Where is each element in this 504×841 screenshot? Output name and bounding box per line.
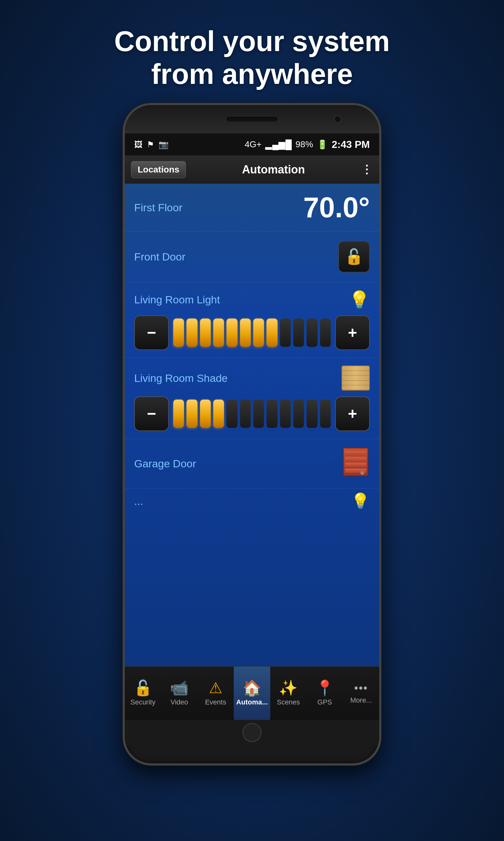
light-segment-7: [267, 319, 277, 347]
phone-bottom-bar: [125, 720, 379, 745]
light-segment-4: [227, 319, 237, 347]
locations-button[interactable]: Locations: [131, 161, 186, 178]
light-slider: − +: [134, 315, 370, 350]
first-floor-row: First Floor 70.0°: [125, 184, 379, 231]
network-type: 4G+: [245, 139, 262, 150]
shade-segment-11: [320, 399, 331, 428]
image-status-icon: 🖼: [134, 140, 142, 150]
security-label: Security: [130, 698, 155, 706]
shade-segment-0: [173, 399, 184, 428]
app-bar: Locations Automation ⋮: [125, 155, 379, 184]
menu-button[interactable]: ⋮: [361, 163, 373, 176]
status-icons-right: 4G+ ▂▄▆█ 98% 🔋 2:43 PM: [245, 139, 370, 150]
shade-segment-3: [213, 399, 224, 428]
temperature-value: 70.0°: [303, 193, 370, 222]
light-segment-0: [173, 319, 184, 347]
headline-line2: from anywhere: [151, 58, 353, 90]
shade-segment-4: [227, 399, 237, 428]
lock-icon: 🔓: [345, 248, 363, 265]
nav-item-security[interactable]: 🔓 Security: [125, 667, 161, 720]
light-decrease-button[interactable]: −: [134, 315, 169, 350]
camera-status-icon: 📷: [159, 140, 168, 150]
light-increase-button[interactable]: +: [335, 315, 370, 350]
video-icon: 📹: [170, 681, 189, 696]
gps-label: GPS: [318, 698, 332, 706]
more-label: More...: [350, 696, 372, 704]
shade-slider: − +: [134, 396, 370, 431]
nav-item-gps[interactable]: 📍 GPS: [306, 667, 343, 720]
home-button[interactable]: [242, 723, 262, 742]
shade-segment-10: [306, 399, 317, 428]
shade-increase-button[interactable]: +: [335, 396, 370, 431]
light-segment-10: [306, 319, 317, 347]
light-segment-6: [253, 319, 264, 347]
scenes-icon: ✨: [279, 681, 298, 696]
front-door-row: Front Door 🔓: [125, 231, 379, 282]
shade-segment-8: [280, 399, 291, 428]
automation-icon: 🏠: [242, 681, 262, 696]
living-room-light-header: Living Room Light 💡: [134, 290, 370, 310]
living-room-shade-label: Living Room Shade: [134, 372, 228, 384]
video-label: Video: [170, 698, 188, 706]
front-door-label: Front Door: [134, 251, 185, 263]
shade-segment-2: [200, 399, 211, 428]
status-bar: 🖼 ⚑ 📷 4G+ ▂▄▆█ 98% 🔋 2:43 PM: [125, 133, 379, 155]
light-segment-9: [293, 319, 304, 347]
status-time: 2:43 PM: [332, 139, 370, 150]
garage-door-body: [343, 448, 368, 476]
more-icon: •••: [354, 682, 368, 694]
plus-icon: +: [348, 325, 357, 341]
living-room-shade-row: Living Room Shade − +: [125, 358, 379, 439]
security-icon: 🔓: [133, 681, 152, 696]
minus-icon: −: [147, 325, 156, 341]
phone-frame: 🖼 ⚑ 📷 4G+ ▂▄▆█ 98% 🔋 2:43 PM Locations A…: [123, 103, 381, 765]
shade-segment-6: [253, 399, 264, 428]
flag-status-icon: ⚑: [147, 140, 154, 150]
bulb-icon: 💡: [349, 290, 370, 310]
nav-item-more[interactable]: ••• More...: [343, 667, 379, 720]
front-door-lock-button[interactable]: 🔓: [338, 241, 370, 272]
minus-icon-shade: −: [147, 406, 156, 422]
status-icons-left: 🖼 ⚑ 📷: [134, 140, 168, 150]
battery-pct: 98%: [295, 139, 313, 150]
light-segment-3: [213, 319, 224, 347]
light-segment-8: [280, 319, 291, 347]
bottom-nav: 🔓 Security 📹 Video ⚠ Events 🏠 Automa... …: [125, 666, 379, 720]
living-room-light-label: Living Room Light: [134, 294, 220, 306]
light-segment-2: [200, 319, 211, 347]
phone-speaker: [227, 117, 277, 121]
shade-segment-5: [240, 399, 251, 428]
automation-label: Automa...: [236, 698, 268, 706]
signal-bars-icon: ▂▄▆█: [265, 139, 292, 150]
shade-icon: [341, 365, 370, 391]
app-title: Automation: [186, 163, 361, 176]
events-icon: ⚠: [209, 681, 222, 696]
garage-door-knob: [360, 471, 364, 475]
light-segment-1: [186, 319, 197, 347]
gps-icon: 📍: [315, 681, 334, 696]
phone-camera: [334, 116, 341, 123]
light-level-track[interactable]: [173, 315, 331, 350]
garage-door-icon[interactable]: [341, 448, 370, 479]
headline-line1: Control your system: [114, 25, 390, 57]
shade-segment-9: [293, 399, 304, 428]
nav-item-automation[interactable]: 🏠 Automa...: [234, 667, 270, 720]
living-room-shade-header: Living Room Shade: [134, 365, 370, 391]
app-content: First Floor 70.0° Front Door 🔓 Living Ro…: [125, 184, 379, 666]
shade-segment-7: [267, 399, 277, 428]
nav-item-events[interactable]: ⚠ Events: [198, 667, 234, 720]
garage-door-label: Garage Door: [134, 458, 196, 470]
plus-icon-shade: +: [348, 406, 357, 422]
light-segment-5: [240, 319, 251, 347]
nav-item-video[interactable]: 📹 Video: [161, 667, 197, 720]
phone-top-bar: [125, 105, 379, 133]
headline: Control your system from anywhere: [114, 25, 390, 90]
living-room-light-row: Living Room Light 💡 − +: [125, 282, 379, 358]
battery-icon: 🔋: [317, 139, 328, 150]
light-segment-11: [320, 319, 331, 347]
nav-item-scenes[interactable]: ✨ Scenes: [270, 667, 306, 720]
shade-decrease-button[interactable]: −: [134, 396, 169, 431]
events-label: Events: [205, 698, 226, 706]
shade-level-track[interactable]: [173, 396, 331, 431]
scenes-label: Scenes: [277, 698, 300, 706]
